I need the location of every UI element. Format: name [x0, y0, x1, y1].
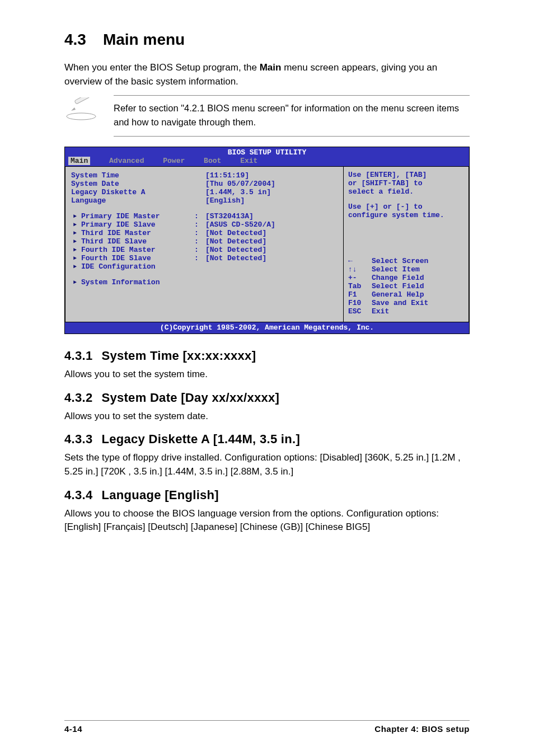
bios-body: System Time[11:51:19] System Date[Thu 05…	[65, 166, 469, 322]
bios-tab-power[interactable]: Power	[163, 157, 185, 165]
intro-paragraph: When you enter the BIOS Setup program, t…	[64, 61, 470, 88]
help-line: Use [+] or [-] to	[348, 203, 464, 212]
subsection-body: Allows you to choose the BIOS language v…	[64, 507, 470, 534]
row-system-time[interactable]: System Time[11:51:19]	[71, 171, 338, 180]
chapter-label: Chapter 4: BIOS setup	[374, 724, 470, 734]
subsection-title: 4.3.2System Date [Day xx/xx/xxxx]	[64, 391, 470, 405]
page-number: 4-14	[64, 724, 82, 734]
row-ide-configuration[interactable]: IDE Configuration	[71, 262, 338, 271]
subsection-body: Allows you to set the system date.	[64, 410, 470, 424]
bios-help-panel: Use [ENTER], [TAB] or [SHIFT-TAB] to sel…	[343, 166, 469, 322]
svg-rect-1	[74, 97, 90, 104]
bios-key-legend: ←Select Screen ↑↓Select Item +-Change Fi…	[348, 257, 464, 316]
row-primary-ide-master[interactable]: Primary IDE Master:[ST320413A]	[71, 212, 338, 220]
bios-main-panel: System Time[11:51:19] System Date[Thu 05…	[65, 166, 343, 322]
svg-point-0	[67, 113, 96, 120]
bios-tab-boot[interactable]: Boot	[204, 157, 221, 165]
subsection-body: Allows you to set the system time.	[64, 368, 470, 382]
bios-tab-advanced[interactable]: Advanced	[109, 157, 144, 165]
pencil-note-icon	[64, 95, 98, 123]
row-fourth-ide-master[interactable]: Fourth IDE Master:[Not Detected]	[71, 246, 338, 254]
svg-marker-2	[71, 107, 76, 111]
intro-bold-main: Main	[260, 62, 282, 73]
help-line: select a field.	[348, 188, 464, 196]
page-footer: 4-14 Chapter 4: BIOS setup	[64, 720, 470, 734]
help-line: Use [ENTER], [TAB]	[348, 171, 464, 180]
bios-copyright: (C)Copyright 1985-2002, American Megatre…	[65, 322, 469, 334]
row-system-information[interactable]: System Information	[71, 278, 338, 287]
row-legacy-diskette[interactable]: Legacy Diskette A[1.44M, 3.5 in]	[71, 188, 338, 196]
row-fourth-ide-slave[interactable]: Fourth IDE Slave:[Not Detected]	[71, 254, 338, 262]
help-line: or [SHIFT-TAB] to	[348, 180, 464, 188]
row-third-ide-master[interactable]: Third IDE Master:[Not Detected]	[71, 229, 338, 237]
row-third-ide-slave[interactable]: Third IDE Slave:[Not Detected]	[71, 237, 338, 246]
bios-tab-main[interactable]: Main	[68, 157, 90, 165]
note-block: Refer to section "4.2.1 BIOS menu screen…	[64, 95, 470, 137]
row-primary-ide-slave[interactable]: Primary IDE Slave:[ASUS CD-S520/A]	[71, 220, 338, 229]
help-line: configure system time.	[348, 212, 464, 220]
row-language[interactable]: Language[English]	[71, 196, 338, 205]
section-name: Main menu	[103, 31, 185, 48]
note-text: Refer to section "4.2.1 BIOS menu screen…	[114, 95, 470, 137]
section-title: 4.3Main menu	[64, 31, 470, 49]
subsection-title: 4.3.3Legacy Diskette A [1.44M, 3.5 in.]	[64, 432, 470, 447]
subsection-title: 4.3.1System Time [xx:xx:xxxx]	[64, 349, 470, 363]
subsection-title: 4.3.4Language [English]	[64, 488, 470, 503]
row-system-date[interactable]: System Date[Thu 05/07/2004]	[71, 180, 338, 188]
intro-text-1: When you enter the BIOS Setup program, t…	[64, 62, 260, 73]
bios-title: BIOS SETUP UTILITY	[65, 147, 469, 157]
bios-setup-utility: BIOS SETUP UTILITY Main Advanced Power B…	[64, 147, 470, 334]
bios-menu-bar: Main Advanced Power Boot Exit	[65, 157, 469, 166]
section-number: 4.3	[64, 31, 86, 49]
subsection-body: Sets the type of floppy drive installed.…	[64, 451, 470, 478]
bios-tab-exit[interactable]: Exit	[240, 157, 257, 165]
